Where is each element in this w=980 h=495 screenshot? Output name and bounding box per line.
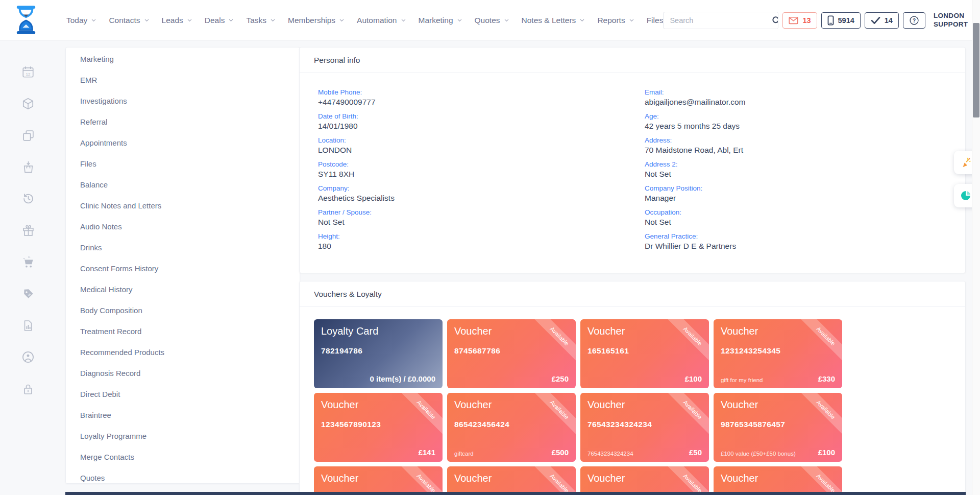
nav-item-memberships[interactable]: Memberships (288, 16, 345, 25)
scrollbar-thumb[interactable] (973, 23, 979, 117)
search-button[interactable] (771, 12, 778, 29)
phone-badge[interactable]: 5914 (821, 12, 861, 29)
voucher-card[interactable]: Available Voucher 8745687786 £250 (447, 319, 576, 388)
field-address-2: Address 2: Not Set (645, 160, 947, 179)
app-logo-hourglass-icon[interactable] (14, 5, 38, 36)
card-footer: £250 (454, 374, 569, 383)
personal-info-title: Personal info (300, 48, 965, 73)
user-location-label: LONDON SUPPORT (934, 12, 968, 28)
card-footer-note: gift for my friend (721, 377, 763, 383)
header-right: 13 5914 14 ? LONDON SUPPORT (663, 9, 980, 32)
sidebar-item-balance[interactable]: Balance (66, 174, 300, 195)
card-footer: £100 value (£50+£50 bonus) £100 (721, 448, 835, 457)
chevron-down-icon (401, 17, 406, 23)
sidebar-item-direct-debit[interactable]: Direct Debit (66, 384, 300, 405)
nav-item-automation[interactable]: Automation (357, 16, 406, 25)
nav-item-marketing[interactable]: Marketing (419, 16, 462, 25)
voucher-card[interactable]: Available Voucher (314, 466, 443, 495)
page-scrollbar (972, 0, 980, 495)
sidebar-item-audio-notes[interactable]: Audio Notes (66, 216, 300, 237)
vouchers-loyalty-title: Vouchers & Loyalty (300, 281, 965, 307)
sidebar-item-marketing[interactable]: Marketing (66, 49, 300, 69)
rail-item-report-icon[interactable] (0, 310, 56, 341)
card-number: 865423456424 (454, 420, 569, 429)
tag-icon: $ (22, 288, 35, 300)
rail-item-credit-icon[interactable] (0, 341, 56, 373)
package-icon (21, 97, 35, 110)
sidebar-item-appointments[interactable]: Appointments (66, 132, 300, 153)
tasks-count: 14 (885, 16, 893, 25)
sidebar-item-diagnosis-record[interactable]: Diagnosis Record (66, 363, 300, 384)
nav-item-notes-letters[interactable]: Notes & Letters (522, 16, 585, 25)
nav-item-contacts[interactable]: Contacts (109, 16, 149, 25)
sidebar-item-body-composition[interactable]: Body Composition (66, 300, 300, 321)
fields-column-right: Email: abigailjones@mailinator.com Age: … (645, 88, 947, 256)
sidebar-item-emr[interactable]: EMR (66, 69, 300, 90)
sidebar-item-loyalty-programme[interactable]: Loyalty Programme (66, 426, 300, 446)
rail-item-gift-icon[interactable] (0, 215, 56, 246)
loyalty-card[interactable]: Loyalty Card 782194786 0 item(s) / £0.00… (314, 319, 443, 388)
nav-item-reports[interactable]: Reports (597, 16, 634, 25)
voucher-card[interactable]: Available Voucher (714, 466, 842, 495)
card-amount: £100 (818, 448, 835, 457)
rail-item-copy-icon[interactable] (0, 120, 56, 151)
lock-icon (22, 383, 34, 395)
nav-item-files[interactable]: Files (647, 16, 664, 25)
sidebar-item-clinic-notes-and-letters[interactable]: Clinic Notes and Letters (66, 195, 300, 216)
help-badge[interactable]: ? (903, 12, 925, 29)
card-amount: £330 (818, 374, 835, 383)
header: Today Contacts Leads Deals Tasks Members… (0, 0, 980, 41)
card-amount: £500 (552, 448, 569, 457)
card-footer: gift for my friend £330 (721, 374, 835, 383)
bag-icon (22, 161, 35, 174)
field-partner-spouse: Partner / Spouse: Not Set (318, 208, 645, 227)
rail-item-tag-icon[interactable]: $ (0, 278, 56, 310)
sidebar-item-files[interactable]: Files (66, 153, 300, 174)
voucher-card[interactable]: Available Voucher 1231243254345 gift for… (714, 319, 842, 388)
sidebar-item-drinks[interactable]: Drinks (66, 237, 300, 258)
card-number: 8745687786 (454, 346, 569, 356)
card-footer: £141 (321, 448, 435, 457)
voucher-card[interactable]: Available Voucher (580, 466, 709, 495)
voucher-card[interactable]: Available Voucher 98765345876457 £100 va… (714, 393, 842, 462)
rail-item-calendar-icon[interactable]: 12 (0, 56, 56, 88)
rail-item-history-icon[interactable] (0, 183, 56, 215)
rail-item-bag-icon[interactable] (0, 151, 56, 183)
nav-item-tasks[interactable]: Tasks (246, 16, 276, 25)
search-icon (771, 15, 778, 26)
voucher-card[interactable]: Available Voucher 1234567890123 £141 (314, 393, 443, 462)
nav-item-quotes[interactable]: Quotes (475, 16, 509, 25)
rail-item-cart-icon[interactable] (0, 246, 56, 278)
rail-item-package-icon[interactable] (0, 88, 56, 120)
voucher-card[interactable]: Available Voucher 76543234324234 7654323… (580, 393, 709, 462)
chat-pie-icon (960, 190, 972, 202)
chevron-down-icon (187, 17, 192, 23)
credit-icon (21, 350, 35, 364)
sidebar-item-braintree[interactable]: Braintree (66, 405, 300, 426)
card-title: Loyalty Card (321, 325, 435, 337)
personal-info-panel: Personal info Mobile Phone: +44749000977… (299, 47, 966, 273)
phone-count: 5914 (838, 16, 854, 25)
nav-item-leads[interactable]: Leads (162, 16, 192, 25)
sidebar-item-merge-contacts[interactable]: Merge Contacts (66, 446, 300, 467)
sidebar-item-referral[interactable]: Referral (66, 111, 300, 132)
sidebar-item-medical-history[interactable]: Medical History (66, 279, 300, 300)
voucher-card[interactable]: Available Voucher 865423456424 giftcard … (447, 393, 576, 462)
voucher-card[interactable]: Available Voucher 165165161 £100 (580, 319, 709, 388)
sidebar-item-quotes[interactable]: Quotes (66, 467, 300, 484)
sidebar-item-treatment-record[interactable]: Treatment Record (66, 321, 300, 342)
tasks-badge[interactable]: 14 (865, 12, 899, 29)
chevron-down-icon (579, 17, 585, 23)
chevron-down-icon (144, 17, 150, 23)
voucher-card[interactable]: Available Voucher (447, 466, 576, 495)
rail-item-lock-icon[interactable] (0, 373, 56, 405)
nav-item-deals[interactable]: Deals (205, 16, 234, 25)
sidebar-item-consent-forms-history[interactable]: Consent Forms History (66, 258, 300, 279)
field-address: Address: 70 Maidstone Road, Abl, Ert (645, 136, 947, 155)
mail-badge[interactable]: 13 (782, 12, 817, 29)
search-box (663, 12, 778, 29)
nav-item-today[interactable]: Today (66, 16, 96, 25)
sidebar-item-investigations[interactable]: Investigations (66, 90, 300, 111)
sidebar-item-recommended-products[interactable]: Recommended Products (66, 342, 300, 363)
search-input[interactable] (664, 16, 771, 25)
